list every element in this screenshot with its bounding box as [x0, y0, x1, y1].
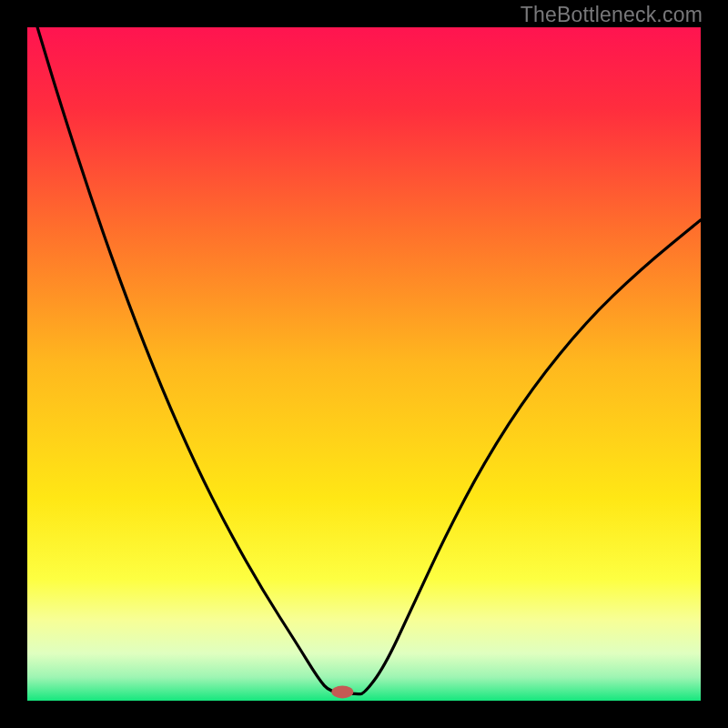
plot-background	[27, 27, 701, 701]
watermark-text: TheBottleneck.com	[521, 3, 703, 27]
bottleneck-chart	[0, 0, 728, 728]
optimal-marker	[331, 685, 353, 698]
